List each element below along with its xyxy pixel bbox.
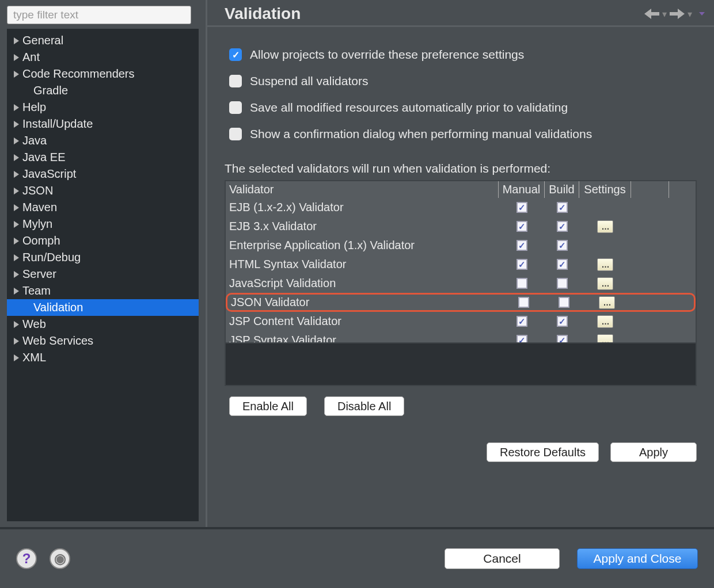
validator-row[interactable]: EJB (1.x-2.x) Validator — [226, 198, 696, 217]
manual-checkbox[interactable] — [516, 316, 527, 327]
checkbox-label: Save all modified resources automaticall… — [250, 101, 568, 114]
manual-checkbox[interactable] — [516, 240, 527, 251]
settings-button[interactable]: … — [599, 296, 615, 309]
apply-and-close-button[interactable]: Apply and Close — [577, 548, 698, 569]
disable-all-button[interactable]: Disable All — [324, 396, 404, 416]
build-checkbox[interactable] — [557, 221, 568, 232]
expand-icon[interactable] — [14, 37, 19, 44]
page-header: Validation ▾ ▾ — [207, 0, 714, 27]
expand-icon[interactable] — [14, 221, 19, 228]
tree-item-web-services[interactable]: Web Services — [7, 333, 199, 349]
tree-item-code-recommenders[interactable]: Code Recommenders — [7, 66, 199, 82]
pref-checkbox-row: Allow projects to override these prefere… — [229, 48, 697, 62]
settings-button[interactable]: … — [597, 277, 613, 290]
expand-icon[interactable] — [14, 321, 19, 328]
expand-icon[interactable] — [14, 288, 19, 295]
tree-item-label: Team — [22, 284, 51, 297]
build-checkbox[interactable] — [557, 240, 568, 251]
back-icon[interactable] — [644, 8, 660, 20]
tree-item-install-update[interactable]: Install/Update — [7, 116, 199, 132]
build-checkbox[interactable] — [557, 202, 568, 213]
menu-dropdown-icon[interactable] — [699, 12, 705, 16]
dialog-footer: ? ◉ Cancel Apply and Close — [0, 527, 714, 588]
expand-icon[interactable] — [14, 54, 19, 61]
checkbox[interactable] — [229, 101, 242, 114]
tree-item-json[interactable]: JSON — [7, 182, 199, 199]
expand-icon[interactable] — [14, 71, 19, 78]
manual-checkbox[interactable] — [518, 297, 529, 308]
col-manual[interactable]: Manual — [499, 181, 545, 198]
expand-icon[interactable] — [14, 171, 19, 178]
validator-row[interactable]: JSP Syntax Validator… — [226, 331, 696, 342]
col-build[interactable]: Build — [545, 181, 579, 198]
tree-item-web[interactable]: Web — [7, 316, 199, 333]
cancel-button[interactable]: Cancel — [445, 548, 560, 569]
build-checkbox[interactable] — [557, 259, 568, 270]
col-settings[interactable]: Settings — [579, 181, 631, 198]
manual-checkbox[interactable] — [516, 259, 527, 270]
tree-item-server[interactable]: Server — [7, 266, 199, 282]
tree-item-label: Code Recommenders — [22, 67, 135, 81]
expand-icon[interactable] — [14, 354, 19, 361]
tree-item-help[interactable]: Help — [7, 99, 199, 116]
tree-item-general[interactable]: General — [7, 32, 199, 49]
expand-icon[interactable] — [14, 238, 19, 245]
tree-item-oomph[interactable]: Oomph — [7, 232, 199, 249]
record-icon[interactable]: ◉ — [50, 548, 70, 569]
expand-icon[interactable] — [14, 121, 19, 128]
manual-checkbox[interactable] — [516, 221, 527, 232]
expand-icon[interactable] — [14, 204, 19, 211]
validator-row[interactable]: Enterprise Application (1.x) Validator — [226, 236, 696, 255]
manual-checkbox[interactable] — [516, 202, 527, 213]
tree-item-label: Web Services — [22, 334, 93, 348]
checkbox[interactable] — [229, 75, 242, 87]
tree-item-validation[interactable]: Validation — [7, 299, 199, 316]
tree-item-label: JSON — [22, 184, 53, 197]
settings-button[interactable]: … — [597, 334, 613, 343]
help-icon[interactable]: ? — [16, 548, 37, 569]
tree-item-run-debug[interactable]: Run/Debug — [7, 249, 199, 266]
expand-icon[interactable] — [14, 338, 19, 345]
validator-row[interactable]: HTML Syntax Validator… — [226, 255, 696, 274]
manual-checkbox[interactable] — [516, 335, 527, 342]
tree-item-maven[interactable]: Maven — [7, 199, 199, 216]
validator-row[interactable]: JavaScript Validation… — [226, 274, 696, 293]
settings-button[interactable]: … — [597, 220, 613, 233]
manual-checkbox[interactable] — [516, 278, 527, 289]
tree-item-java[interactable]: Java — [7, 132, 199, 149]
expand-icon[interactable] — [14, 254, 19, 261]
settings-button[interactable]: … — [597, 258, 613, 271]
tree-item-java-ee[interactable]: Java EE — [7, 149, 199, 166]
restore-defaults-button[interactable]: Restore Defaults — [487, 442, 599, 462]
tree-item-mylyn[interactable]: Mylyn — [7, 216, 199, 232]
tree-item-label: Install/Update — [22, 117, 93, 131]
forward-icon[interactable] — [669, 8, 685, 20]
tree-item-label: Mylyn — [22, 217, 52, 231]
apply-button[interactable]: Apply — [610, 442, 697, 462]
col-validator[interactable]: Validator — [226, 181, 499, 198]
settings-button[interactable]: … — [597, 315, 613, 328]
validator-row[interactable]: EJB 3.x Validator… — [226, 217, 696, 236]
pref-checkbox-row: Show a confirmation dialog when performi… — [229, 127, 697, 141]
nav-arrows: ▾ ▾ — [644, 5, 705, 20]
expand-icon[interactable] — [14, 154, 19, 161]
checkbox[interactable] — [229, 48, 242, 61]
validator-row[interactable]: JSON Validator… — [226, 293, 696, 312]
build-checkbox[interactable] — [559, 297, 569, 308]
tree-item-team[interactable]: Team — [7, 282, 199, 299]
expand-icon[interactable] — [14, 138, 19, 144]
filter-input[interactable]: type filter text — [7, 6, 191, 24]
tree-item-ant[interactable]: Ant — [7, 49, 199, 66]
build-checkbox[interactable] — [557, 316, 568, 327]
enable-all-button[interactable]: Enable All — [229, 396, 307, 416]
expand-icon[interactable] — [14, 188, 19, 194]
expand-icon[interactable] — [14, 104, 19, 111]
build-checkbox[interactable] — [557, 335, 568, 342]
tree-item-xml[interactable]: XML — [7, 349, 199, 366]
tree-item-javascript[interactable]: JavaScript — [7, 166, 199, 182]
checkbox[interactable] — [229, 128, 242, 140]
validator-row[interactable]: JSP Content Validator… — [226, 312, 696, 331]
build-checkbox[interactable] — [557, 278, 568, 289]
tree-item-gradle[interactable]: Gradle — [7, 82, 199, 99]
expand-icon[interactable] — [14, 271, 19, 278]
